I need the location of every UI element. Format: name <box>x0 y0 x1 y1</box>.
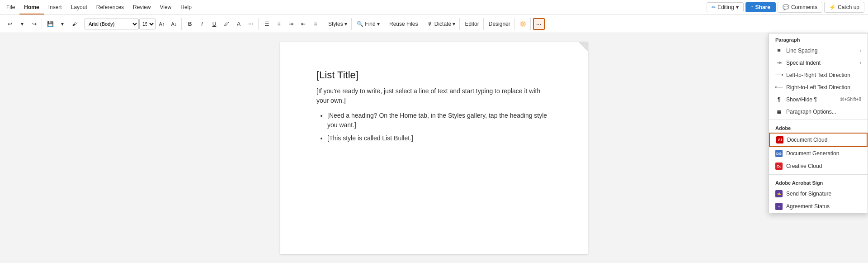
title-bar-actions: ✏ Editing ▾ ↑ Share 💬 Comments ⚡ Catch u… <box>707 2 868 13</box>
special-indent-arrow: › <box>860 60 861 65</box>
underline-button[interactable]: U <box>208 18 220 30</box>
undo-arrow[interactable]: ▾ <box>16 18 28 30</box>
font-grow-button[interactable]: A↑ <box>156 18 168 30</box>
more-options-button[interactable]: ··· <box>533 18 545 30</box>
document-page: [List Title] [If you're ready to write, … <box>280 42 588 254</box>
document-paragraph[interactable]: [If you're ready to write, just select a… <box>316 86 552 105</box>
special-indent-item[interactable]: ⇥ Special Indent › <box>769 57 868 69</box>
catchup-icon: ⚡ <box>829 4 836 10</box>
agreement-status-label: Agreement Status <box>786 203 861 210</box>
show-hide-label: Show/Hide ¶ <box>786 96 836 103</box>
rtl-label: Right-to-Left Text Direction <box>786 84 861 91</box>
paragraph-options-item[interactable]: ≣ Paragraph Options... <box>769 105 868 118</box>
document-title[interactable]: [List Title] <box>316 69 552 81</box>
special-indent-label: Special Indent <box>786 60 856 66</box>
show-hide-item[interactable]: ¶ Show/Hide ¶ ⌘+Shift+8 <box>769 93 868 105</box>
main-area: [List Title] [If you're ready to write, … <box>0 33 868 263</box>
designer-button[interactable]: Designer <box>486 18 513 30</box>
bullet-list-button[interactable]: ☰ <box>261 18 273 30</box>
chevron-down-icon: ▾ <box>736 4 739 10</box>
font-color-button[interactable]: A <box>233 18 245 30</box>
document-generation-item[interactable]: DG Document Generation <box>769 147 868 160</box>
menu-item-layout[interactable]: Layout <box>66 0 92 14</box>
format-more-button[interactable]: ⋯ <box>245 18 257 30</box>
styles-button[interactable]: Styles ▾ <box>326 18 350 30</box>
catchup-label: Catch up <box>838 4 859 10</box>
list-item-1[interactable]: [Need a heading? On the Home tab, in the… <box>327 111 552 130</box>
document-list: [Need a heading? On the Home tab, in the… <box>316 111 552 143</box>
menu-item-help[interactable]: Help <box>176 0 196 14</box>
highlight-button[interactable]: 🖊 <box>221 18 232 30</box>
reuse-group: Reuse Files <box>385 18 422 30</box>
undo-redo-group: ↩ ▾ ↪ <box>3 18 42 30</box>
paragraph-section-header: Paragraph <box>769 33 868 44</box>
line-spacing-item[interactable]: ≡ Line Spacing › <box>769 44 868 57</box>
save-options[interactable]: ▾ <box>57 18 68 30</box>
menu-bar: File Home Insert Layout References Revie… <box>0 0 196 14</box>
rtl-icon: ⟵ <box>775 84 783 91</box>
catchup-button[interactable]: ⚡ Catch up <box>824 2 864 13</box>
font-name-select[interactable]: Arial (Body) <box>85 19 139 29</box>
editor-button[interactable]: Editor <box>462 18 481 30</box>
pencil-icon: ✏ <box>712 5 716 10</box>
page-corner <box>579 42 588 51</box>
format-button[interactable]: 🖌 <box>69 18 80 30</box>
share-icon: ↑ <box>751 4 754 10</box>
undo-button[interactable]: ↩ <box>4 18 16 30</box>
share-button[interactable]: ↑ Share <box>745 2 776 12</box>
send-for-signature-item[interactable]: ✍ Send for Signature <box>769 187 868 200</box>
comments-icon: 💬 <box>783 4 789 10</box>
format-group: B I U 🖊 A ⋯ <box>183 18 259 30</box>
font-shrink-button[interactable]: A↓ <box>168 18 180 30</box>
menu-item-view[interactable]: View <box>155 0 176 14</box>
find-button[interactable]: 🔍 Find ▾ <box>354 18 382 30</box>
dictate-button[interactable]: 🎙 Dictate ▾ <box>425 18 458 30</box>
save-button[interactable]: 💾 <box>44 18 56 30</box>
dictate-group: 🎙 Dictate ▾ <box>423 18 460 30</box>
comments-button[interactable]: 💬 Comments <box>778 2 822 13</box>
numbered-list-button[interactable]: ≡ <box>273 18 285 30</box>
redo-button[interactable]: ↪ <box>28 18 40 30</box>
ltr-item[interactable]: ⟶ Left-to-Right Text Direction <box>769 69 868 81</box>
toolbar: ↩ ▾ ↪ 💾 ▾ 🖌 Arial (Body) 15 A↑ A↓ B I U … <box>0 15 868 33</box>
creative-cloud-item[interactable]: Cc Creative Cloud <box>769 160 868 172</box>
document-cloud-label: Document Cloud <box>787 137 860 143</box>
indent-button[interactable]: ⇥ <box>285 18 297 30</box>
menu-item-file[interactable]: File <box>2 0 19 14</box>
styles-group: Styles ▾ <box>324 18 352 30</box>
list-item-2[interactable]: [This style is called List Bullet.] <box>327 134 552 143</box>
rtl-item[interactable]: ⟵ Right-to-Left Text Direction <box>769 81 868 93</box>
outdent-button[interactable]: ⇤ <box>297 18 309 30</box>
dropdown-menu: Paragraph ≡ Line Spacing › ⇥ Special Ind… <box>769 33 868 213</box>
share-label: Share <box>755 4 770 10</box>
editing-button[interactable]: ✏ Editing ▾ <box>707 2 744 12</box>
menu-item-home[interactable]: Home <box>19 0 43 14</box>
highlight-eraser-button[interactable]: 🔆 <box>517 18 529 30</box>
save-group: 💾 ▾ 🖌 <box>43 18 82 30</box>
align-button[interactable]: ≡ <box>310 18 321 30</box>
reuse-files-button[interactable]: Reuse Files <box>387 18 420 30</box>
font-size-select[interactable]: 15 <box>139 19 156 29</box>
title-bar: File Home Insert Layout References Revie… <box>0 0 868 15</box>
designer-group: Designer <box>485 18 515 30</box>
menu-item-review[interactable]: Review <box>128 0 155 14</box>
paragraph-options-label: Paragraph Options... <box>786 109 861 115</box>
font-group: Arial (Body) 15 A↑ A↓ <box>83 18 182 30</box>
agreement-status-icon: ≡ <box>775 203 783 210</box>
editor-group: Editor <box>461 18 483 30</box>
find-group: 🔍 Find ▾ <box>353 18 384 30</box>
adobe-section-header: Adobe <box>769 122 868 133</box>
editing-label: Editing <box>717 4 734 10</box>
document-cloud-item[interactable]: Ai Document Cloud <box>769 133 868 147</box>
paragraph-options-icon: ≣ <box>775 108 783 115</box>
menu-item-references[interactable]: References <box>92 0 128 14</box>
agreement-status-item[interactable]: ≡ Agreement Status <box>769 200 868 213</box>
send-signature-label: Send for Signature <box>786 191 861 197</box>
document-generation-label: Document Generation <box>786 150 861 157</box>
document-cloud-icon: Ai <box>776 136 783 143</box>
menu-item-insert[interactable]: Insert <box>44 0 66 14</box>
italic-button[interactable]: I <box>196 18 208 30</box>
list-group: ☰ ≡ ⇥ ⇤ ≡ <box>259 18 323 30</box>
bold-button[interactable]: B <box>184 18 196 30</box>
acrobat-sign-header: Adobe Acrobat Sign <box>769 177 868 187</box>
